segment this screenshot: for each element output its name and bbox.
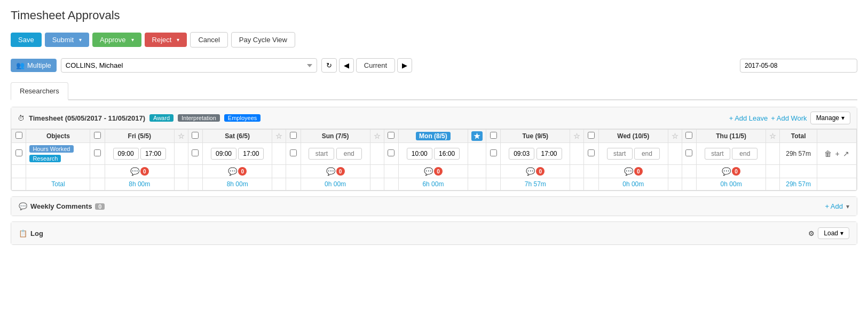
row-checkbox[interactable] — [15, 149, 22, 156]
total-thu: 0h 00m — [697, 178, 766, 191]
select-all-checkbox[interactable] — [15, 132, 22, 139]
weekly-comments-label: Weekly Comments — [30, 202, 92, 210]
weekly-comments-add-button[interactable]: + Add — [825, 202, 843, 210]
sun-comment-icon[interactable]: 💬 — [326, 167, 335, 176]
sun-comment-count: 0 — [336, 167, 345, 176]
fri-comment-icon[interactable]: 💬 — [130, 167, 139, 176]
th-fri-star: ☆ — [174, 130, 188, 143]
badge-interpretation[interactable]: Interpretation — [178, 114, 220, 122]
next-button[interactable]: ▶ — [397, 58, 412, 73]
refresh-button[interactable]: ↻ — [321, 58, 337, 73]
thu-comment-star — [766, 165, 780, 178]
multiple-button[interactable]: 👥 Multiple — [11, 59, 57, 72]
employee-bar: 👥 Multiple COLLINS, Michael ↻ ◀ Current … — [11, 58, 857, 73]
wed-comment-icon[interactable]: 💬 — [624, 167, 633, 176]
thu-row-checkbox[interactable] — [685, 149, 692, 156]
sun-start-input[interactable] — [309, 148, 334, 160]
sun-comment-cell: 💬 0 — [301, 165, 370, 178]
row-action-icons: 🗑 + ↗ — [820, 149, 853, 158]
thu-checkbox[interactable] — [685, 132, 692, 139]
tue-start-input[interactable] — [509, 148, 534, 160]
wed-star-icon[interactable]: ☆ — [672, 132, 678, 140]
mon-star-icon[interactable]: ★ — [471, 131, 483, 141]
comments-select-cell — [12, 165, 26, 178]
expand-icon[interactable]: ↗ — [843, 149, 849, 158]
delete-icon[interactable]: 🗑 — [824, 149, 832, 158]
employee-select[interactable]: COLLINS, Michael — [61, 58, 317, 73]
sat-end-input[interactable] — [238, 148, 264, 160]
thu-star-cell — [766, 143, 780, 165]
sat-row-checkbox[interactable] — [192, 149, 199, 156]
fri-end-input[interactable] — [140, 148, 166, 160]
sat-comment-icon[interactable]: 💬 — [228, 167, 237, 176]
wed-checkbox[interactable] — [588, 132, 595, 139]
mon-checkbox[interactable] — [388, 132, 394, 139]
thu-time-cell — [697, 143, 766, 165]
wed-start-input[interactable] — [607, 148, 633, 160]
sun-star-icon[interactable]: ☆ — [374, 132, 381, 140]
reject-button[interactable]: Reject ▾ — [145, 33, 187, 47]
tab-researchers[interactable]: Researchers — [11, 82, 68, 100]
mon-end-input[interactable] — [434, 148, 460, 160]
fri-star-icon[interactable]: ☆ — [178, 132, 185, 140]
save-button[interactable]: Save — [11, 33, 42, 47]
th-sat-check — [188, 130, 202, 143]
approve-dropdown-arrow: ▾ — [131, 37, 134, 43]
thu-start-input[interactable] — [705, 148, 730, 160]
thu-end-input[interactable] — [732, 148, 757, 160]
fri-checkbox[interactable] — [94, 132, 101, 139]
weekly-comments-chevron-icon[interactable]: ▾ — [846, 203, 849, 210]
mon-comment-icon[interactable]: 💬 — [424, 167, 433, 176]
sat-star-icon[interactable]: ☆ — [275, 132, 282, 140]
sat-checkbox[interactable] — [192, 132, 199, 139]
submit-button[interactable]: Submit ▾ — [45, 33, 89, 47]
badge-award[interactable]: Award — [149, 114, 173, 122]
th-sun-star: ☆ — [370, 130, 384, 143]
manage-button[interactable]: Manage ▾ — [810, 112, 850, 124]
wed-end-input[interactable] — [634, 148, 660, 160]
wed-time-cell — [598, 143, 668, 165]
tue-comment: 💬 0 — [504, 167, 566, 176]
add-work-button[interactable]: + Add Work — [771, 114, 807, 122]
th-tue-check — [486, 130, 500, 143]
tue-star-icon[interactable]: ☆ — [573, 132, 580, 140]
add-leave-button[interactable]: + Add Leave — [729, 114, 768, 122]
weekly-comments-right: + Add ▾ — [825, 202, 849, 210]
sat-start-input[interactable] — [211, 148, 236, 160]
wed-star-cell — [668, 143, 682, 165]
tue-end-input[interactable] — [536, 148, 562, 160]
sun-end-input[interactable] — [336, 148, 362, 160]
total-select-cell — [12, 178, 26, 191]
badge-employees[interactable]: Employees — [224, 114, 261, 122]
sun-row-checkbox[interactable] — [290, 149, 297, 156]
mon-comment-cell: 💬 0 — [398, 165, 468, 178]
wed-comment-star — [668, 165, 682, 178]
add-icon[interactable]: + — [835, 149, 839, 158]
hours-worked-badge: Hours Worked — [29, 145, 73, 153]
th-sun: Sun (7/5) — [301, 130, 370, 143]
fri-row-checkbox[interactable] — [94, 149, 101, 156]
approve-button[interactable]: Approve ▾ — [92, 33, 141, 47]
thu-star-icon[interactable]: ☆ — [769, 132, 776, 140]
prev-button[interactable]: ◀ — [339, 58, 354, 73]
thu-check-cell — [682, 143, 696, 165]
sun-checkbox[interactable] — [290, 132, 297, 139]
tue-comment-icon[interactable]: 💬 — [526, 167, 535, 176]
tue-time-cell — [501, 143, 570, 165]
wed-row-checkbox[interactable] — [588, 149, 595, 156]
tue-star-cell — [570, 143, 584, 165]
comments-total-cell — [780, 165, 817, 178]
pay-cycle-button[interactable]: Pay Cycle View — [231, 32, 295, 47]
total-label-cell: Total — [26, 178, 90, 191]
tue-row-checkbox[interactable] — [490, 149, 497, 156]
thu-comment-icon[interactable]: 💬 — [722, 167, 731, 176]
date-field[interactable] — [740, 59, 857, 73]
mon-start-input[interactable] — [407, 148, 432, 160]
mon-row-checkbox[interactable] — [388, 149, 394, 156]
fri-start-input[interactable] — [113, 148, 139, 160]
mon-comment-check — [384, 165, 398, 178]
total-tue-star — [570, 178, 584, 191]
log-load-button[interactable]: Load ▾ — [818, 227, 849, 239]
cancel-button[interactable]: Cancel — [190, 32, 227, 47]
tue-checkbox[interactable] — [490, 132, 497, 139]
